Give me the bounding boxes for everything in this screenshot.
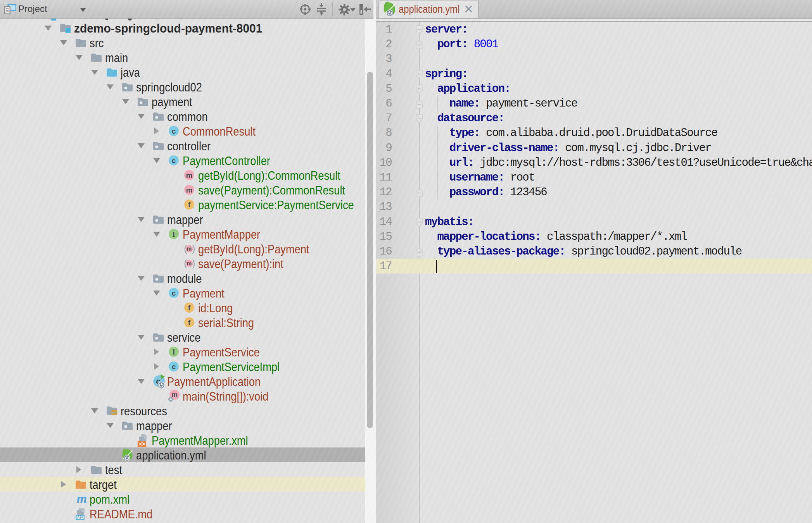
svg-text:f: f — [188, 318, 191, 327]
svg-text:I: I — [172, 231, 175, 238]
svg-text:f: f — [188, 304, 191, 312]
svg-text:): ) — [192, 258, 195, 268]
svg-text:c: c — [172, 289, 176, 297]
svg-text:m: m — [77, 493, 87, 505]
svg-text:<>: <> — [139, 441, 145, 447]
svg-text:MD: MD — [76, 515, 84, 520]
svg-text:m: m — [187, 246, 192, 252]
svg-text:m: m — [187, 260, 192, 267]
svg-text:c: c — [172, 127, 176, 135]
svg-text:): ) — [192, 244, 195, 254]
svg-text:I: I — [172, 348, 175, 356]
svg-text:m: m — [171, 391, 178, 399]
svg-text:c: c — [172, 363, 176, 371]
svg-text:(: ( — [184, 244, 187, 254]
svg-text:m: m — [186, 186, 193, 194]
svg-text:(: ( — [184, 258, 187, 268]
svg-text:c: c — [172, 157, 176, 165]
svg-text:f: f — [188, 201, 191, 209]
svg-text:m: m — [186, 171, 193, 179]
